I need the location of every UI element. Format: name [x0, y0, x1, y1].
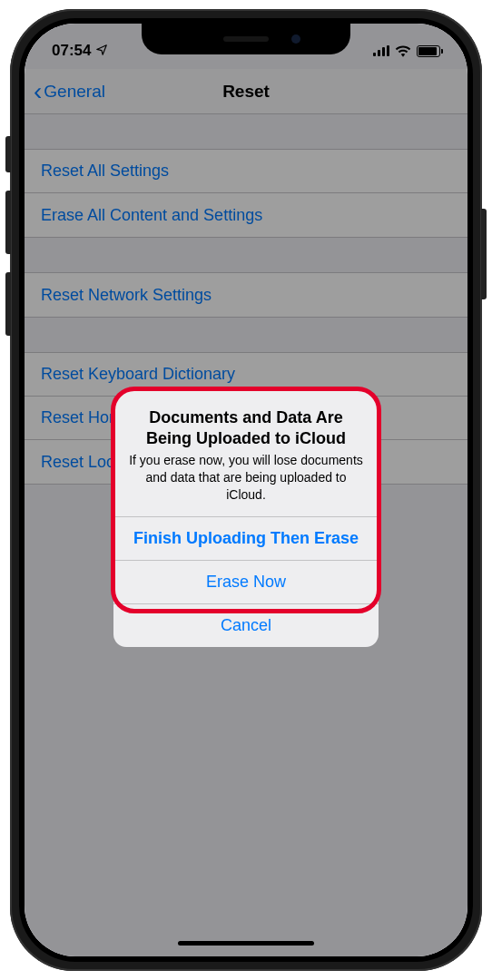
volume-up-button	[5, 191, 11, 254]
silent-switch	[5, 136, 11, 172]
volume-down-button	[5, 272, 11, 336]
alert-message: If you erase now, you will lose document…	[126, 452, 366, 504]
phone-frame: 07:54 ‹ General	[10, 9, 482, 971]
erase-now-button[interactable]: Erase Now	[113, 560, 379, 603]
alert-title: Documents and Data Are Being Uploaded to…	[126, 407, 366, 448]
finish-uploading-button[interactable]: Finish Uploading Then Erase	[113, 516, 379, 560]
cancel-button[interactable]: Cancel	[113, 603, 379, 647]
home-indicator[interactable]	[178, 941, 314, 946]
alert-body: Documents and Data Are Being Uploaded to…	[113, 391, 379, 516]
side-button	[481, 209, 487, 299]
screen: 07:54 ‹ General	[25, 24, 467, 956]
alert-dialog: Documents and Data Are Being Uploaded to…	[113, 391, 379, 647]
